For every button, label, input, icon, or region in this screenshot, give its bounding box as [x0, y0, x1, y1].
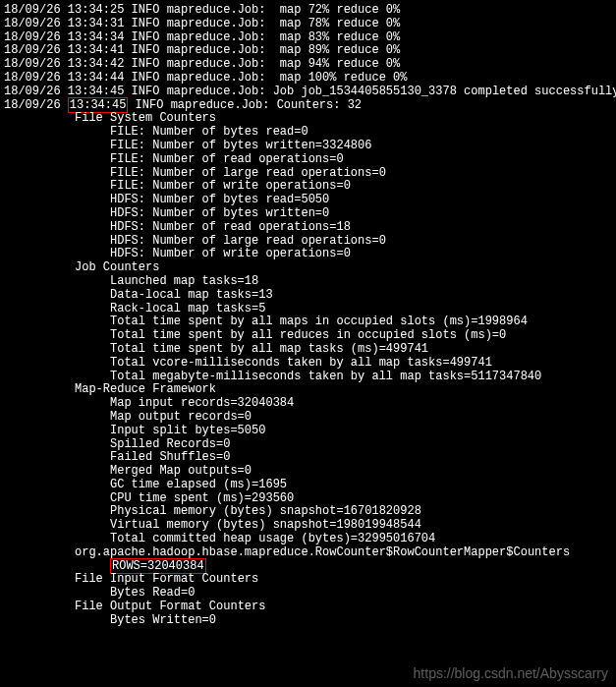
counter-line: FILE: Number of read operations=0: [4, 153, 612, 167]
counter-line: Merged Map outputs=0: [4, 465, 612, 479]
highlighted-timestamp: 13:34:45: [68, 97, 129, 113]
counter-line: CPU time spent (ms)=293560: [4, 492, 612, 506]
counter-line: Data-local map tasks=13: [4, 289, 612, 303]
counter-line: Total megabyte-milliseconds taken by all…: [4, 371, 612, 384]
counter-line: GC time elapsed (ms)=1695: [4, 479, 612, 492]
counter-line: Total time spent by all map tasks (ms)=4…: [4, 343, 612, 357]
counter-line: Virtual memory (bytes) snapshot=19801994…: [4, 519, 612, 533]
counter-line: Bytes Written=0: [4, 614, 612, 628]
counter-line: Total vcore-milliseconds taken by all ma…: [4, 357, 612, 371]
counters-header-line: 18/09/26 13:34:45 INFO mapreduce.Job: Co…: [4, 99, 612, 113]
counter-line: Bytes Read=0: [4, 587, 612, 601]
log-line: 18/09/26 13:34:42 INFO mapreduce.Job: ma…: [4, 58, 612, 72]
watermark-text: https://blog.csdn.net/Abysscarry: [414, 665, 608, 681]
counter-line: Total time spent by all maps in occupied…: [4, 315, 612, 329]
section-header: File System Counters: [4, 112, 612, 126]
section-header: Map-Reduce Framework: [4, 383, 612, 397]
section-header: org.apache.hadoop.hbase.mapreduce.RowCou…: [4, 546, 612, 560]
counter-line: Total time spent by all reduces in occup…: [4, 329, 612, 343]
section-header: File Output Format Counters: [4, 601, 612, 614]
counter-line: HDFS: Number of write operations=0: [4, 248, 612, 261]
counter-line: Rack-local map tasks=5: [4, 303, 612, 316]
log-line: 18/09/26 13:34:44 INFO mapreduce.Job: ma…: [4, 72, 612, 86]
counter-line: Physical memory (bytes) snapshot=1670182…: [4, 505, 612, 519]
counter-line: Total committed heap usage (bytes)=32995…: [4, 533, 612, 546]
log-line: 18/09/26 13:34:25 INFO mapreduce.Job: ma…: [4, 4, 612, 18]
counter-line: Map input records=32040384: [4, 397, 612, 411]
log-line: 18/09/26 13:34:34 INFO mapreduce.Job: ma…: [4, 31, 612, 45]
highlighted-rows: ROWS=32040384: [4, 560, 612, 574]
counter-line: Map output records=0: [4, 411, 612, 425]
counter-line: FILE: Number of large read operations=0: [4, 167, 612, 181]
counter-line: HDFS: Number of bytes read=5050: [4, 194, 612, 207]
counter-line: HDFS: Number of bytes written=0: [4, 207, 612, 221]
counter-line: Input split bytes=5050: [4, 425, 612, 438]
counter-line: HDFS: Number of large read operations=0: [4, 235, 612, 249]
log-line: 18/09/26 13:34:31 INFO mapreduce.Job: ma…: [4, 18, 612, 31]
counter-line: FILE: Number of bytes written=3324806: [4, 140, 612, 153]
counter-line: FILE: Number of bytes read=0: [4, 126, 612, 140]
counter-line: Launched map tasks=18: [4, 275, 612, 289]
section-header: Job Counters: [4, 261, 612, 275]
log-line: 18/09/26 13:34:41 INFO mapreduce.Job: ma…: [4, 44, 612, 58]
counter-line: HDFS: Number of read operations=18: [4, 221, 612, 235]
counter-line: Failed Shuffles=0: [4, 451, 612, 465]
terminal-output: 18/09/26 13:34:25 INFO mapreduce.Job: ma…: [4, 4, 612, 628]
counter-line: Spilled Records=0: [4, 438, 612, 452]
section-header: File Input Format Counters: [4, 573, 612, 587]
counter-line: FILE: Number of write operations=0: [4, 180, 612, 194]
